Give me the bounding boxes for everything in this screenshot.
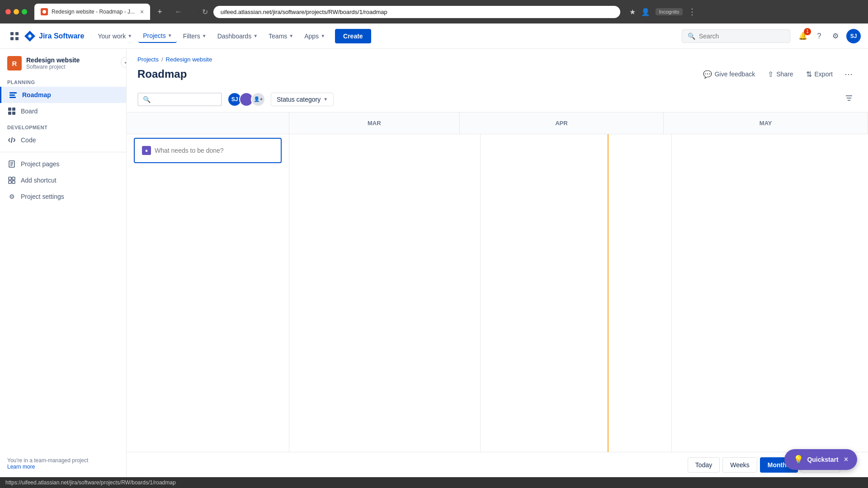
search-bar[interactable]: 🔍 [682, 29, 790, 43]
epic-input[interactable] [155, 147, 274, 154]
win-min[interactable] [14, 9, 19, 14]
project-header: R Redesign website Software project ◀ [0, 49, 126, 76]
create-button[interactable]: Create [335, 29, 371, 43]
sidebar-item-add-shortcut[interactable]: Add shortcut [0, 172, 126, 188]
sidebar-item-code[interactable]: Code [0, 132, 126, 148]
avatar-group-btn[interactable]: 👤+ [251, 92, 265, 107]
svg-line-12 [11, 137, 12, 143]
project-pages-label: Project pages [21, 160, 60, 168]
svg-rect-10 [8, 112, 11, 115]
export-btn[interactable]: ⇅ Export [801, 67, 838, 81]
notification-btn[interactable]: 🔔 1 [796, 29, 810, 43]
search-icon: 🔍 [688, 33, 695, 40]
nav-projects[interactable]: Projects ▼ [138, 29, 176, 43]
status-bar: https://uifeed.atlassian.net/jira/softwa… [0, 477, 868, 488]
roadmap-toolbar: 🔍 SJ 👤+ Status category ▼ [127, 87, 868, 113]
breadcrumb-projects[interactable]: Projects [137, 56, 159, 63]
status-bar-url: https://uifeed.atlassian.net/jira/softwa… [5, 479, 176, 486]
add-shortcut-label: Add shortcut [21, 177, 57, 184]
nav-apps[interactable]: Apps ▼ [300, 30, 330, 42]
share-btn[interactable]: ⇧ Share [762, 67, 798, 81]
jira-logo[interactable]: Jira Software [24, 30, 84, 42]
learn-more-link[interactable]: Learn more [7, 464, 35, 470]
quickstart-icon: 💡 [793, 455, 803, 465]
status-category-label: Status category [277, 96, 321, 103]
sidebar: R Redesign website Software project ◀ PL… [0, 49, 127, 477]
roadmap-search[interactable]: 🔍 [137, 93, 222, 106]
jira-logo-icon [24, 30, 36, 42]
epic-create-row[interactable]: ● [134, 138, 282, 163]
project-pages-icon [7, 160, 16, 169]
bookmark-icon[interactable]: ★ [629, 8, 636, 16]
svg-rect-11 [12, 112, 15, 115]
win-max[interactable] [22, 9, 27, 14]
new-tab-button[interactable]: + [154, 5, 166, 19]
development-section-label: DEVELOPMENT [0, 119, 126, 132]
sidebar-item-roadmap[interactable]: Roadmap [0, 87, 126, 103]
roadmap-label: Roadmap [22, 91, 51, 99]
app-switcher-btn[interactable] [7, 29, 22, 43]
search-input[interactable] [699, 33, 784, 40]
nav-your-work[interactable]: Your work ▼ [93, 30, 137, 42]
nav-dashboards[interactable]: Dashboards ▼ [213, 30, 262, 42]
tab-title: Redesign website - Roadmap - J... [52, 9, 135, 15]
back-btn[interactable]: ← [173, 6, 184, 18]
sidebar-item-project-settings[interactable]: ⚙ Project settings [0, 188, 126, 205]
svg-rect-19 [9, 181, 11, 183]
breadcrumb-project-name[interactable]: Redesign website [166, 56, 212, 63]
code-icon [7, 136, 16, 145]
quickstart-btn[interactable]: 💡 Quickstart × [784, 449, 857, 470]
roadmap-gantt: ● MAR APR MAY [127, 113, 868, 452]
svg-rect-20 [12, 181, 15, 183]
feedback-icon: 💬 [703, 70, 712, 79]
nav-teams[interactable]: Teams ▼ [264, 30, 298, 42]
your-work-chevron: ▼ [127, 33, 132, 38]
status-category-filter[interactable]: Status category ▼ [271, 93, 334, 106]
team-managed-text: You're in a team-managed project [7, 457, 119, 464]
nav-filters[interactable]: Filters ▼ [179, 30, 211, 42]
browser-tab-active[interactable]: Redesign website - Roadmap - J... × [34, 4, 150, 20]
settings-btn[interactable]: ⚙ [828, 29, 843, 43]
bottom-bar: Today Weeks Months Quarters ⤢ [127, 452, 868, 477]
win-close[interactable] [5, 9, 11, 14]
svg-rect-6 [9, 94, 15, 96]
forward-btn[interactable]: → [187, 6, 198, 18]
status-category-chevron: ▼ [323, 97, 328, 102]
share-icon: ⇧ [768, 70, 774, 79]
jira-logo-text: Jira Software [39, 32, 84, 40]
browser-chrome: Redesign website - Roadmap - J... × + ← … [0, 0, 868, 23]
svg-rect-1 [15, 32, 19, 35]
roadmap-icon [9, 90, 18, 99]
address-bar[interactable]: uifeed.atlassian.net/jira/software/proje… [213, 6, 620, 18]
filter-settings-btn[interactable] [841, 91, 857, 108]
svg-point-4 [28, 35, 31, 38]
projects-chevron: ▼ [168, 33, 172, 38]
profile-icon[interactable]: 👤 [641, 8, 650, 16]
weeks-btn[interactable]: Weeks [722, 457, 757, 473]
add-shortcut-icon [7, 176, 16, 185]
header-actions: 💬 Give feedback ⇧ Share ⇅ Export ⋯ [698, 66, 857, 82]
breadcrumb: Projects / Redesign website [127, 49, 868, 65]
reload-btn[interactable]: ↻ [200, 6, 210, 18]
svg-rect-9 [12, 108, 15, 111]
gantt-body [289, 134, 868, 452]
roadmap-search-input[interactable] [153, 96, 217, 103]
give-feedback-btn[interactable]: 💬 Give feedback [698, 67, 761, 81]
sidebar-footer: You're in a team-managed project Learn m… [0, 450, 126, 477]
tab-close-btn[interactable]: × [140, 8, 144, 15]
svg-rect-18 [12, 177, 15, 180]
top-navigation: Jira Software Your work ▼ Projects ▼ Fil… [0, 23, 868, 49]
svg-rect-7 [9, 97, 16, 98]
more-options-icon[interactable]: ⋮ [688, 7, 696, 17]
sidebar-item-board[interactable]: Board [0, 103, 126, 119]
col-divider-2 [671, 134, 672, 452]
sidebar-item-project-pages[interactable]: Project pages [0, 156, 126, 172]
today-btn[interactable]: Today [688, 457, 720, 473]
help-btn[interactable]: ? [812, 29, 826, 43]
board-label: Board [21, 108, 38, 115]
sidebar-collapse-btn[interactable]: ◀ [121, 57, 127, 68]
quickstart-close-btn[interactable]: × [844, 455, 848, 464]
svg-rect-17 [9, 177, 11, 180]
user-avatar[interactable]: SJ [846, 29, 861, 43]
more-actions-btn[interactable]: ⋯ [840, 66, 857, 82]
